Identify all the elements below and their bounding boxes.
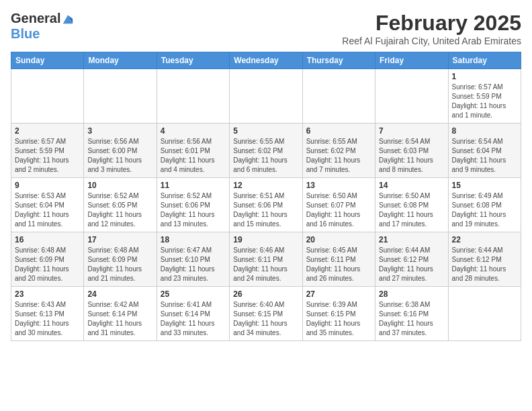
day-number: 27 <box>306 289 371 299</box>
week-row-1: 1Sunrise: 6:57 AM Sunset: 5:59 PM Daylig… <box>11 69 521 124</box>
day-info: Sunrise: 6:48 AM Sunset: 6:09 PM Dayligh… <box>15 246 80 283</box>
header-right: February 2025 Reef Al Fujairah City, Uni… <box>342 11 521 46</box>
day-info: Sunrise: 6:50 AM Sunset: 6:08 PM Dayligh… <box>379 191 444 229</box>
day-number: 18 <box>161 235 226 244</box>
day-number: 22 <box>452 235 517 244</box>
table-row: 27Sunrise: 6:39 AM Sunset: 6:15 PM Dayli… <box>302 287 375 341</box>
day-info: Sunrise: 6:49 AM Sunset: 6:08 PM Dayligh… <box>452 191 517 229</box>
day-number: 21 <box>379 235 444 244</box>
day-info: Sunrise: 6:57 AM Sunset: 5:59 PM Dayligh… <box>15 137 80 175</box>
table-row: 11Sunrise: 6:52 AM Sunset: 6:06 PM Dayli… <box>157 178 229 232</box>
col-tuesday: Tuesday <box>157 52 229 69</box>
table-row <box>302 69 375 124</box>
table-row: 10Sunrise: 6:52 AM Sunset: 6:05 PM Dayli… <box>84 178 157 232</box>
day-info: Sunrise: 6:56 AM Sunset: 6:01 PM Dayligh… <box>161 137 226 175</box>
table-row: 26Sunrise: 6:40 AM Sunset: 6:15 PM Dayli… <box>230 287 302 341</box>
col-wednesday: Wednesday <box>230 52 302 69</box>
table-row <box>448 287 521 341</box>
table-row <box>157 69 229 124</box>
day-info: Sunrise: 6:44 AM Sunset: 6:12 PM Dayligh… <box>452 246 517 283</box>
day-info: Sunrise: 6:55 AM Sunset: 6:02 PM Dayligh… <box>306 137 371 175</box>
month-year: February 2025 <box>342 11 521 36</box>
table-row: 6Sunrise: 6:55 AM Sunset: 6:02 PM Daylig… <box>302 124 375 178</box>
table-row: 5Sunrise: 6:55 AM Sunset: 6:02 PM Daylig… <box>230 124 302 178</box>
col-sunday: Sunday <box>11 52 84 69</box>
table-row: 7Sunrise: 6:54 AM Sunset: 6:03 PM Daylig… <box>375 124 448 178</box>
table-row: 24Sunrise: 6:42 AM Sunset: 6:14 PM Dayli… <box>84 287 157 341</box>
day-number: 5 <box>233 126 298 136</box>
day-info: Sunrise: 6:45 AM Sunset: 6:11 PM Dayligh… <box>306 246 371 283</box>
day-info: Sunrise: 6:55 AM Sunset: 6:02 PM Dayligh… <box>233 137 298 175</box>
day-info: Sunrise: 6:48 AM Sunset: 6:09 PM Dayligh… <box>87 246 152 283</box>
table-row: 4Sunrise: 6:56 AM Sunset: 6:01 PM Daylig… <box>157 124 229 178</box>
day-info: Sunrise: 6:54 AM Sunset: 6:04 PM Dayligh… <box>452 137 517 175</box>
table-row <box>11 69 84 124</box>
table-row: 25Sunrise: 6:41 AM Sunset: 6:14 PM Dayli… <box>157 287 229 341</box>
day-number: 25 <box>161 289 226 299</box>
day-info: Sunrise: 6:53 AM Sunset: 6:04 PM Dayligh… <box>15 191 80 229</box>
table-row: 17Sunrise: 6:48 AM Sunset: 6:09 PM Dayli… <box>84 232 157 287</box>
table-row: 22Sunrise: 6:44 AM Sunset: 6:12 PM Dayli… <box>448 232 521 287</box>
table-row <box>84 69 157 124</box>
day-number: 8 <box>452 126 517 136</box>
col-monday: Monday <box>84 52 157 69</box>
table-row: 20Sunrise: 6:45 AM Sunset: 6:11 PM Dayli… <box>302 232 375 287</box>
day-number: 14 <box>379 181 444 190</box>
day-info: Sunrise: 6:50 AM Sunset: 6:07 PM Dayligh… <box>306 191 371 229</box>
week-row-3: 9Sunrise: 6:53 AM Sunset: 6:04 PM Daylig… <box>11 178 521 232</box>
day-info: Sunrise: 6:47 AM Sunset: 6:10 PM Dayligh… <box>161 246 226 283</box>
day-info: Sunrise: 6:40 AM Sunset: 6:15 PM Dayligh… <box>233 300 298 338</box>
day-info: Sunrise: 6:41 AM Sunset: 6:14 PM Dayligh… <box>161 300 226 338</box>
day-number: 20 <box>306 235 371 244</box>
table-row: 19Sunrise: 6:46 AM Sunset: 6:11 PM Dayli… <box>230 232 302 287</box>
day-number: 7 <box>379 126 444 136</box>
day-number: 11 <box>161 181 226 190</box>
table-row <box>230 69 302 124</box>
table-row: 13Sunrise: 6:50 AM Sunset: 6:07 PM Dayli… <box>302 178 375 232</box>
logo-general-text: General <box>11 11 60 26</box>
table-row: 14Sunrise: 6:50 AM Sunset: 6:08 PM Dayli… <box>375 178 448 232</box>
day-number: 10 <box>87 181 152 190</box>
day-number: 24 <box>87 289 152 299</box>
day-number: 26 <box>233 289 298 299</box>
table-row: 8Sunrise: 6:54 AM Sunset: 6:04 PM Daylig… <box>448 124 521 178</box>
day-number: 23 <box>15 289 80 299</box>
table-row: 1Sunrise: 6:57 AM Sunset: 5:59 PM Daylig… <box>448 69 521 124</box>
table-row: 21Sunrise: 6:44 AM Sunset: 6:12 PM Dayli… <box>375 232 448 287</box>
col-saturday: Saturday <box>448 52 521 69</box>
day-info: Sunrise: 6:46 AM Sunset: 6:11 PM Dayligh… <box>233 246 298 283</box>
day-number: 3 <box>87 126 152 136</box>
logo: General Blue <box>11 11 74 42</box>
day-info: Sunrise: 6:52 AM Sunset: 6:06 PM Dayligh… <box>161 191 226 229</box>
day-info: Sunrise: 6:56 AM Sunset: 6:00 PM Dayligh… <box>87 137 152 175</box>
table-row: 12Sunrise: 6:51 AM Sunset: 6:06 PM Dayli… <box>230 178 302 232</box>
day-number: 12 <box>233 181 298 190</box>
table-row: 23Sunrise: 6:43 AM Sunset: 6:13 PM Dayli… <box>11 287 84 341</box>
table-row: 3Sunrise: 6:56 AM Sunset: 6:00 PM Daylig… <box>84 124 157 178</box>
day-number: 16 <box>15 235 80 244</box>
table-row: 15Sunrise: 6:49 AM Sunset: 6:08 PM Dayli… <box>448 178 521 232</box>
day-info: Sunrise: 6:44 AM Sunset: 6:12 PM Dayligh… <box>379 246 444 283</box>
calendar-table: Sunday Monday Tuesday Wednesday Thursday… <box>11 52 521 341</box>
table-row: 9Sunrise: 6:53 AM Sunset: 6:04 PM Daylig… <box>11 178 84 232</box>
day-info: Sunrise: 6:52 AM Sunset: 6:05 PM Dayligh… <box>87 191 152 229</box>
day-number: 2 <box>15 126 80 136</box>
week-row-2: 2Sunrise: 6:57 AM Sunset: 5:59 PM Daylig… <box>11 124 521 178</box>
day-number: 4 <box>161 126 226 136</box>
col-friday: Friday <box>375 52 448 69</box>
day-info: Sunrise: 6:54 AM Sunset: 6:03 PM Dayligh… <box>379 137 444 175</box>
day-number: 17 <box>87 235 152 244</box>
day-number: 1 <box>452 72 517 81</box>
table-row: 28Sunrise: 6:38 AM Sunset: 6:16 PM Dayli… <box>375 287 448 341</box>
week-row-5: 23Sunrise: 6:43 AM Sunset: 6:13 PM Dayli… <box>11 287 521 341</box>
day-info: Sunrise: 6:42 AM Sunset: 6:14 PM Dayligh… <box>87 300 152 338</box>
table-row: 2Sunrise: 6:57 AM Sunset: 5:59 PM Daylig… <box>11 124 84 178</box>
day-number: 6 <box>306 126 371 136</box>
logo-blue-text: Blue <box>11 26 40 42</box>
day-number: 9 <box>15 181 80 190</box>
calendar-header-row: Sunday Monday Tuesday Wednesday Thursday… <box>11 52 521 69</box>
day-info: Sunrise: 6:43 AM Sunset: 6:13 PM Dayligh… <box>15 300 80 338</box>
location: Reef Al Fujairah City, United Arab Emira… <box>342 36 521 46</box>
day-info: Sunrise: 6:57 AM Sunset: 5:59 PM Dayligh… <box>452 83 517 120</box>
week-row-4: 16Sunrise: 6:48 AM Sunset: 6:09 PM Dayli… <box>11 232 521 287</box>
